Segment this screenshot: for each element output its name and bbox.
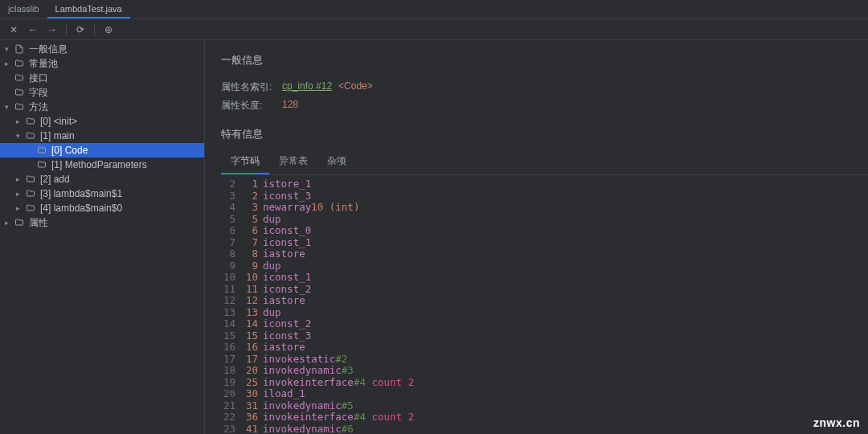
- line-number: 12: [221, 295, 242, 307]
- tree-item-label: 一般信息: [29, 43, 68, 56]
- mnemonic: iconst_3: [263, 190, 311, 203]
- chevron-icon[interactable]: ▸: [16, 117, 26, 125]
- bytecode-row[interactable]: 1010 iconst_1: [221, 272, 868, 284]
- tree-item-label: 方法: [29, 100, 48, 114]
- bytecode-row[interactable]: 2236 invokeinterface #4 count 2: [221, 411, 868, 424]
- folder-icon: [14, 73, 26, 83]
- cp-arg[interactable]: #2: [335, 354, 347, 366]
- byte-offset: 2: [242, 190, 263, 203]
- line-number: 14: [221, 318, 242, 330]
- tree-item[interactable]: ▸[0] <init>: [0, 114, 204, 129]
- tab-file[interactable]: LambdaTest.java: [47, 0, 130, 18]
- folder-icon: [26, 174, 37, 184]
- mnemonic: invokedynamic: [263, 365, 342, 377]
- cp-arg[interactable]: #4: [354, 411, 366, 424]
- comment: [354, 365, 360, 377]
- mnemonic: iconst_3: [263, 330, 311, 342]
- byte-offset: 5: [242, 214, 263, 226]
- bytecode-row[interactable]: 1313 dup: [221, 307, 868, 319]
- cp-arg[interactable]: #5: [342, 400, 354, 412]
- bytecode-row[interactable]: 66 iconst_0: [221, 225, 868, 237]
- chevron-icon[interactable]: ▾: [16, 132, 26, 140]
- back-icon[interactable]: ←: [27, 24, 39, 35]
- byte-offset: 9: [242, 260, 263, 272]
- bytecode-row[interactable]: 21 istore_1: [221, 178, 868, 190]
- chevron-icon[interactable]: ▾: [5, 45, 14, 53]
- bytecode-row[interactable]: 1820 invokedynamic #3: [221, 365, 868, 377]
- byte-offset: 10: [242, 272, 263, 284]
- mnemonic: iconst_0: [263, 225, 311, 237]
- cp-arg[interactable]: #3: [342, 365, 354, 377]
- chevron-icon[interactable]: ▸: [16, 190, 26, 198]
- bytecode-row[interactable]: 1111 iconst_2: [221, 284, 868, 296]
- bytecode-row[interactable]: 1414 iconst_2: [221, 318, 868, 330]
- tree-item[interactable]: ▸[3] lambda$main$1: [0, 186, 204, 201]
- tree-item-label: [0] Code: [51, 145, 88, 156]
- bytecode-row[interactable]: 88 iastore: [221, 248, 868, 260]
- web-icon[interactable]: ⊕: [103, 24, 114, 35]
- tree-item[interactable]: ▸[4] lambda$main$0: [0, 201, 204, 215]
- subtab-bytecode[interactable]: 字节码: [221, 149, 269, 174]
- bytecode-row[interactable]: 99 dup: [221, 260, 868, 272]
- line-number: 13: [221, 307, 242, 319]
- chevron-icon[interactable]: ▸: [16, 204, 26, 212]
- mnemonic: iastore: [263, 342, 305, 354]
- byte-offset: 11: [242, 284, 263, 296]
- line-number: 16: [221, 342, 242, 354]
- tree-item[interactable]: [0] Code: [0, 143, 204, 158]
- folder-icon: [26, 131, 37, 141]
- bytecode-row[interactable]: 55 dup: [221, 214, 868, 226]
- tree-item-label: [0] <init>: [40, 116, 77, 127]
- mnemonic: iconst_2: [263, 284, 311, 296]
- tree-item[interactable]: ▾[1] main: [0, 129, 204, 143]
- tree-item[interactable]: ▸[2] add: [0, 172, 204, 186]
- tree-item-label: [1] MethodParameters: [51, 159, 147, 170]
- folder-icon: [26, 203, 37, 213]
- tree-item[interactable]: 接口: [0, 71, 204, 85]
- forward-icon[interactable]: →: [47, 24, 58, 35]
- bytecode-row[interactable]: 77 iconst_1: [221, 237, 868, 249]
- tab-jclasslib[interactable]: jclasslib: [0, 0, 47, 18]
- tree-item-label: [4] lambda$main$0: [40, 203, 122, 214]
- cp-info-link[interactable]: cp_info #12: [282, 80, 332, 94]
- refresh-icon[interactable]: ⟳: [75, 24, 86, 35]
- byte-offset: 14: [242, 318, 263, 330]
- content-panel: 一般信息 属性名索引: cp_info #12 <Code> 属性长度: 128…: [205, 40, 868, 434]
- bytecode-row[interactable]: 1717 invokestatic #2: [221, 354, 868, 366]
- bytecode-row[interactable]: 2030 iload_1: [221, 388, 868, 400]
- bytecode-listing[interactable]: 21 istore_132 iconst_343 newarray 10 (in…: [221, 178, 868, 434]
- chevron-icon[interactable]: ▸: [5, 59, 14, 68]
- mnemonic: invokedynamic: [263, 424, 342, 435]
- comment: [354, 400, 360, 412]
- tree-item[interactable]: [1] MethodParameters: [0, 158, 204, 172]
- folder-icon: [37, 145, 48, 155]
- cp-arg[interactable]: #6: [342, 424, 354, 435]
- tree-item[interactable]: ▸常量池: [0, 56, 204, 71]
- line-number: 6: [221, 225, 242, 237]
- tree-item-label: [2] add: [40, 174, 70, 185]
- window-tabs: jclasslib LambdaTest.java: [0, 0, 868, 19]
- bytecode-row[interactable]: 32 iconst_3: [221, 190, 868, 203]
- bytecode-row[interactable]: 1515 iconst_3: [221, 330, 868, 342]
- close-icon[interactable]: ✕: [8, 24, 19, 35]
- divider: [66, 24, 67, 35]
- subtab-misc[interactable]: 杂项: [317, 149, 356, 174]
- bytecode-row[interactable]: 1925 invokeinterface #4 count 2: [221, 377, 868, 389]
- bytecode-row[interactable]: 2341 invokedynamic #6: [221, 424, 868, 435]
- cp-arg[interactable]: #4: [354, 377, 366, 389]
- bytecode-row[interactable]: 43 newarray 10 (int): [221, 202, 868, 214]
- tree-item[interactable]: 字段: [0, 85, 204, 100]
- chevron-icon[interactable]: ▸: [5, 219, 14, 227]
- tree-item[interactable]: ▸属性: [0, 215, 204, 230]
- chevron-icon[interactable]: ▸: [16, 175, 26, 183]
- bytecode-row[interactable]: 1212 iastore: [221, 295, 868, 307]
- mnemonic: istore_1: [263, 178, 311, 190]
- folder-icon: [14, 102, 26, 112]
- tree-item[interactable]: ▾方法: [0, 100, 204, 114]
- folder-icon: [14, 218, 26, 227]
- bytecode-row[interactable]: 1616 iastore: [221, 342, 868, 354]
- chevron-icon[interactable]: ▾: [5, 103, 14, 111]
- bytecode-row[interactable]: 2131 invokedynamic #5: [221, 400, 868, 412]
- tree-item[interactable]: ▾一般信息: [0, 42, 204, 56]
- subtab-exception[interactable]: 异常表: [269, 149, 317, 174]
